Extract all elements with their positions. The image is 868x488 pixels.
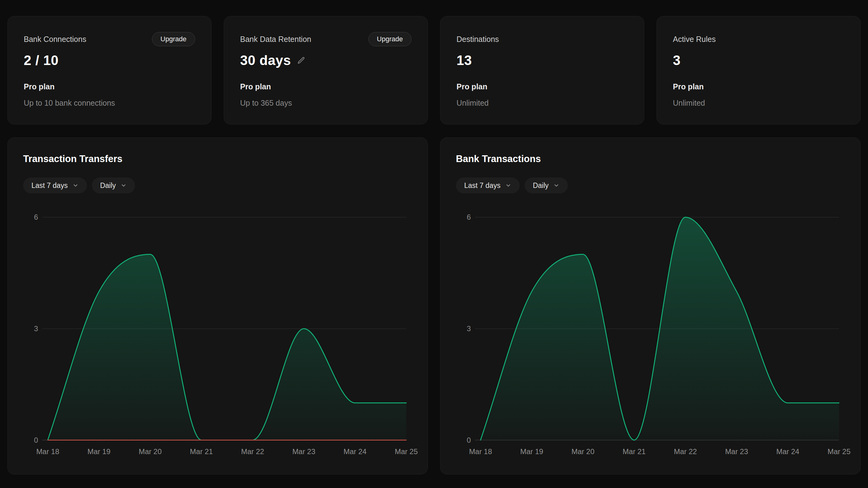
y-tick-label: 3 <box>467 324 471 333</box>
dashboard-page: Bank Connections Upgrade 2 / 10 Pro plan… <box>0 0 868 488</box>
x-tick-label: Mar 24 <box>776 448 800 456</box>
plan-detail: Unlimited <box>673 99 844 107</box>
y-tick-label: 0 <box>467 436 471 444</box>
stat-value-row: 30 days <box>240 53 411 68</box>
spacer <box>673 68 844 82</box>
x-tick-label: Mar 23 <box>725 448 748 456</box>
y-tick-label: 3 <box>34 324 38 333</box>
plan-detail: Unlimited <box>457 99 628 107</box>
stat-title: Destinations <box>457 35 499 44</box>
plan-name: Pro plan <box>457 82 628 91</box>
plan-name: Pro plan <box>24 82 195 91</box>
transaction-transfers-card: Transaction Transfers Last 7 days Daily … <box>7 137 428 475</box>
stat-title: Bank Data Retention <box>240 35 311 44</box>
x-tick-label: Mar 24 <box>344 448 367 456</box>
interval-dropdown[interactable]: Daily <box>525 177 568 193</box>
plan-name: Pro plan <box>240 82 411 91</box>
x-tick-label: Mar 21 <box>623 448 646 456</box>
chevron-down-icon <box>553 183 559 189</box>
date-range-value: Last 7 days <box>31 182 68 190</box>
x-tick-label: Mar 20 <box>139 448 162 456</box>
charts-row: Transaction Transfers Last 7 days Daily … <box>7 137 861 475</box>
stat-card-header: Active Rules <box>673 32 844 46</box>
pencil-icon <box>297 56 306 65</box>
stat-card-header: Bank Connections Upgrade <box>24 32 195 46</box>
chart-title: Transaction Transfers <box>23 153 412 164</box>
bank-data-retention-card: Bank Data Retention Upgrade 30 days Pro … <box>224 16 428 125</box>
upgrade-button[interactable]: Upgrade <box>152 32 195 46</box>
y-tick-label: 0 <box>34 436 38 444</box>
x-tick-label: Mar 18 <box>36 448 60 456</box>
stat-value: 13 <box>457 53 472 68</box>
y-tick-label: 6 <box>467 213 471 222</box>
chart-title: Bank Transactions <box>456 153 845 164</box>
bank-transactions-card: Bank Transactions Last 7 days Daily 036M… <box>440 137 861 475</box>
x-tick-label: Mar 20 <box>571 448 595 456</box>
stat-value: 3 <box>673 53 681 68</box>
interval-dropdown[interactable]: Daily <box>92 177 135 193</box>
x-tick-label: Mar 25 <box>395 448 418 456</box>
stat-value: 2 / 10 <box>24 53 59 68</box>
spacer <box>24 68 195 82</box>
chevron-down-icon <box>72 183 79 189</box>
stat-value-row: 13 <box>457 53 628 68</box>
plan-detail: Up to 365 days <box>240 99 411 107</box>
interval-value: Daily <box>100 182 116 190</box>
chart-area-fill <box>48 255 406 440</box>
stat-card-header: Bank Data Retention Upgrade <box>240 32 411 46</box>
plan-name: Pro plan <box>673 82 844 91</box>
stat-value-row: 2 / 10 <box>24 53 195 68</box>
chevron-down-icon <box>505 183 512 189</box>
plan-detail: Up to 10 bank connections <box>24 99 195 107</box>
x-tick-label: Mar 19 <box>520 448 544 456</box>
x-tick-label: Mar 25 <box>828 448 851 456</box>
interval-value: Daily <box>533 182 549 190</box>
edit-retention-button[interactable] <box>297 56 306 65</box>
x-tick-label: Mar 22 <box>674 448 697 456</box>
stat-title: Active Rules <box>673 35 716 44</box>
transfers-area-chart: 036Mar 18Mar 19Mar 20Mar 21Mar 22Mar 23M… <box>23 209 412 458</box>
x-tick-label: Mar 23 <box>292 448 315 456</box>
date-range-dropdown[interactable]: Last 7 days <box>23 177 87 193</box>
x-tick-label: Mar 22 <box>241 448 264 456</box>
chevron-down-icon <box>121 183 127 189</box>
x-tick-label: Mar 21 <box>190 448 213 456</box>
active-rules-card: Active Rules 3 Pro plan Unlimited <box>656 16 861 125</box>
upgrade-button[interactable]: Upgrade <box>368 32 411 46</box>
spacer <box>240 68 411 82</box>
stat-value-row: 3 <box>673 53 844 68</box>
date-range-dropdown[interactable]: Last 7 days <box>456 177 520 193</box>
stats-row: Bank Connections Upgrade 2 / 10 Pro plan… <box>7 16 861 125</box>
date-range-value: Last 7 days <box>464 182 501 190</box>
y-tick-label: 6 <box>34 213 38 222</box>
bank-connections-card: Bank Connections Upgrade 2 / 10 Pro plan… <box>7 16 212 125</box>
stat-card-header: Destinations <box>457 32 628 46</box>
destinations-card: Destinations 13 Pro plan Unlimited <box>440 16 644 125</box>
stat-title: Bank Connections <box>24 35 86 44</box>
spacer <box>457 68 628 82</box>
stat-value: 30 days <box>240 53 291 68</box>
chart-filters: Last 7 days Daily <box>23 177 412 193</box>
transactions-area-chart: 036Mar 18Mar 19Mar 20Mar 21Mar 22Mar 23M… <box>456 209 845 458</box>
chart-filters: Last 7 days Daily <box>456 177 845 193</box>
x-tick-label: Mar 18 <box>469 448 492 456</box>
x-tick-label: Mar 19 <box>88 448 111 456</box>
